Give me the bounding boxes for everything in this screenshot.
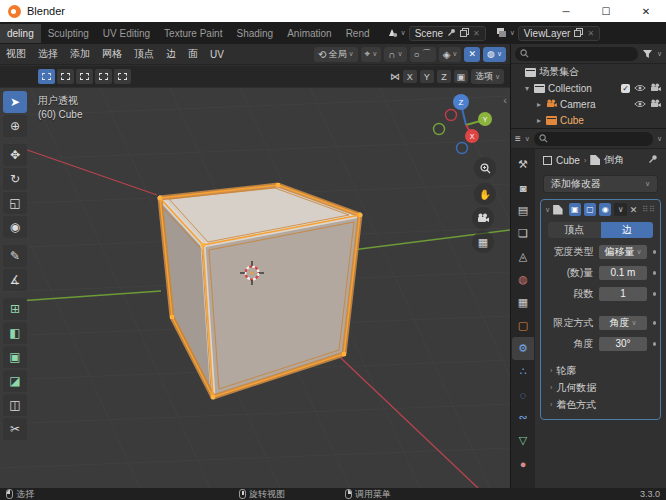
menu-mesh[interactable]: 网格: [96, 44, 128, 64]
viewlayer-selector[interactable]: ∨ ViewLayer ✕: [496, 26, 600, 41]
tool-inset-faces[interactable]: ▣: [3, 346, 27, 368]
delete-modifier-icon[interactable]: ✕: [630, 205, 638, 215]
tool-add-cube[interactable]: ⊞: [3, 298, 27, 320]
scene-name[interactable]: Scene: [415, 28, 443, 39]
add-modifier-dropdown[interactable]: 添加修改器 ∨: [543, 175, 658, 193]
zoom-view-button[interactable]: [474, 157, 496, 179]
collection-checkbox[interactable]: ✓: [621, 84, 630, 93]
disclosure-closed-icon[interactable]: ▸: [535, 116, 543, 125]
select-mode-intersect-button[interactable]: [114, 69, 131, 84]
drag-handle-icon[interactable]: ⠿⠿: [642, 205, 656, 214]
tool-move[interactable]: ✥: [3, 144, 27, 166]
show-overlays-toggle[interactable]: ✕: [464, 47, 480, 62]
tab-output[interactable]: ▤: [512, 199, 534, 222]
edit-mode-display-toggle[interactable]: ▣: [569, 203, 581, 216]
tab-object-data[interactable]: ▽: [512, 429, 534, 452]
mirror-z-toggle[interactable]: Z: [437, 70, 451, 83]
snap-badge-icon[interactable]: ▣: [454, 70, 468, 83]
viewlayer-name[interactable]: ViewLayer: [524, 28, 571, 39]
tab-material[interactable]: ●: [512, 452, 534, 475]
outliner-row-camera[interactable]: ▸ Camera: [511, 96, 666, 112]
maximize-button[interactable]: ☐: [586, 0, 626, 22]
menu-add[interactable]: 添加: [64, 44, 96, 64]
camera-view-button[interactable]: [472, 207, 494, 229]
section-shading[interactable]: › 着色方式: [541, 396, 660, 413]
pin-icon[interactable]: [648, 154, 658, 166]
breadcrumb-object[interactable]: Cube: [556, 155, 580, 166]
tab-collection[interactable]: ▦: [512, 291, 534, 314]
disclosure-open-icon[interactable]: ▾: [523, 84, 531, 93]
shading-mode-dropdown[interactable]: ◍ ∨: [483, 47, 506, 62]
hide-eye-icon[interactable]: [634, 83, 646, 94]
keyframe-dot[interactable]: [653, 271, 656, 275]
select-mode-invert-button[interactable]: [95, 69, 112, 84]
new-viewlayer-icon[interactable]: [574, 28, 583, 39]
tool-rotate[interactable]: ↻: [3, 168, 27, 190]
tab-particles[interactable]: ∴: [512, 360, 534, 383]
pivot-point-dropdown[interactable]: ⌖ ∨: [361, 47, 382, 62]
tab-modifiers[interactable]: ⚙: [512, 337, 534, 360]
mirror-y-toggle[interactable]: Y: [420, 70, 434, 83]
modifier-extras-dropdown[interactable]: ∨: [614, 203, 626, 216]
menu-face[interactable]: 面: [182, 44, 204, 64]
mirror-x-toggle[interactable]: X: [403, 70, 417, 83]
tool-knife[interactable]: ✂: [3, 418, 27, 440]
new-scene-icon[interactable]: [460, 28, 469, 39]
workspace-tab-modeling[interactable]: deling: [0, 24, 41, 43]
width-type-dropdown[interactable]: 偏移量 ∨: [599, 245, 646, 259]
editor-type-icon[interactable]: ≡: [515, 133, 521, 144]
options-dropdown[interactable]: 选项 ∨: [471, 69, 504, 84]
tool-loop-cut[interactable]: ◫: [3, 394, 27, 416]
disable-render-icon[interactable]: [650, 83, 661, 94]
amount-field[interactable]: 0.1 m: [599, 266, 646, 280]
workspace-tab-uv-editing[interactable]: UV Editing: [96, 24, 157, 43]
disclosure-closed-icon[interactable]: ▸: [535, 100, 543, 109]
workspace-tab-shading[interactable]: Shading: [229, 24, 280, 43]
snap-dropdown[interactable]: ∩ ∨: [384, 47, 406, 62]
hide-eye-icon[interactable]: [634, 99, 646, 110]
workspace-tab-texture-paint[interactable]: Texture Paint: [157, 24, 229, 43]
tool-extrude-region[interactable]: ◧: [3, 322, 27, 344]
collapse-region-icon[interactable]: ‹: [503, 94, 507, 106]
tool-annotate[interactable]: ✎: [3, 245, 27, 267]
tab-render[interactable]: ◙: [512, 176, 534, 199]
breadcrumb-modifier[interactable]: 倒角: [604, 153, 624, 167]
section-geometry[interactable]: › 几何数据: [541, 379, 660, 396]
limit-method-dropdown[interactable]: 角度 ∨: [599, 316, 646, 330]
keyframe-dot[interactable]: [653, 321, 656, 325]
menu-select[interactable]: 选择: [32, 44, 64, 64]
angle-field[interactable]: 30°: [599, 337, 646, 351]
render-display-toggle[interactable]: ◉: [599, 203, 611, 216]
tool-scale[interactable]: ◱: [3, 192, 27, 214]
menu-view[interactable]: 视图: [0, 44, 32, 64]
segments-field[interactable]: 1: [599, 287, 646, 301]
affect-edges-tab[interactable]: 边: [601, 222, 654, 238]
tab-view-layer[interactable]: ❏: [512, 222, 534, 245]
menu-edge[interactable]: 边: [160, 44, 182, 64]
affect-vertices-tab[interactable]: 顶点: [548, 222, 601, 238]
pin-icon[interactable]: [447, 28, 456, 39]
menu-vertex[interactable]: 顶点: [128, 44, 160, 64]
minimize-button[interactable]: ─: [546, 0, 586, 22]
tab-constraints[interactable]: ∾: [512, 406, 534, 429]
select-mode-subtract-button[interactable]: [76, 69, 93, 84]
workspace-tab-rendering[interactable]: Rend: [339, 24, 377, 43]
close-button[interactable]: ✕: [626, 0, 666, 22]
select-mode-new-button[interactable]: [38, 69, 55, 84]
tool-measure[interactable]: ∡: [3, 269, 27, 291]
show-gizmo-dropdown[interactable]: ◈ ∨: [439, 47, 462, 62]
tab-world[interactable]: ◍: [512, 268, 534, 291]
outliner-search-input[interactable]: [515, 47, 638, 61]
pan-view-button[interactable]: ✋: [474, 183, 496, 205]
keyframe-dot[interactable]: [653, 342, 656, 346]
workspace-tab-sculpting[interactable]: Sculpting: [41, 24, 96, 43]
keyframe-dot[interactable]: [653, 292, 656, 296]
outliner-row-scene-collection[interactable]: 场景集合: [511, 64, 666, 80]
workspace-tab-animation[interactable]: Animation: [280, 24, 338, 43]
outliner-row-collection[interactable]: ▾ Collection ✓: [511, 80, 666, 96]
tool-bevel[interactable]: ◪: [3, 370, 27, 392]
properties-search-input[interactable]: [534, 132, 653, 146]
scene-selector[interactable]: ∨ Scene ✕: [387, 26, 486, 41]
proportional-editing-button[interactable]: ○ ⌒: [410, 47, 436, 62]
keyframe-dot[interactable]: [653, 250, 656, 254]
